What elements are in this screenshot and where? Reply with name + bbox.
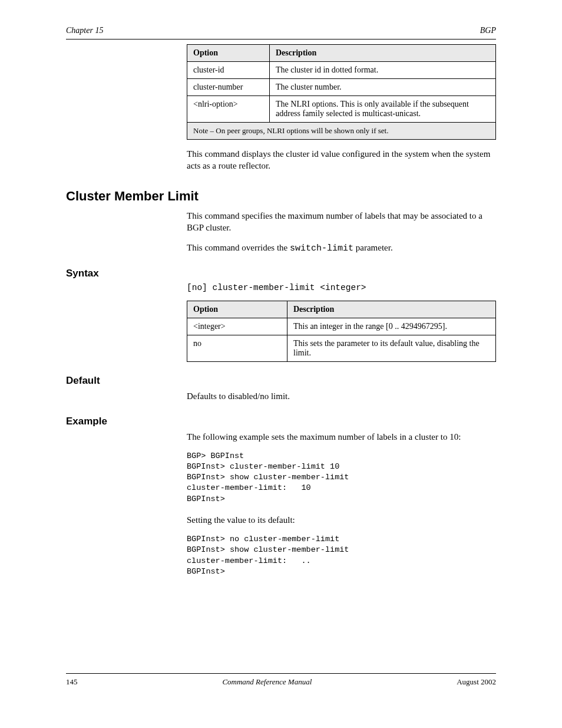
paragraph-cml-1: This command specifies the maximum numbe… — [187, 210, 496, 234]
options-table-cluster-id: Option Description cluster-id The cluste… — [187, 44, 496, 140]
paragraph-show-cluster: This command displays the cluster id val… — [187, 148, 496, 172]
footer-doc-title: Command Reference Manual — [222, 677, 312, 687]
col-option: Option — [187, 45, 270, 62]
table-header-row: Option Description — [187, 301, 496, 318]
paragraph-example-intro: The following example sets the maximum n… — [187, 431, 496, 443]
table-row: <integer> This an integer in the range [… — [187, 318, 496, 335]
example-block-2: BGPInst> no cluster-member-limit BGPInst… — [187, 534, 496, 577]
table-row: cluster-id The cluster id in dotted form… — [187, 62, 496, 79]
options-table-cml: Option Description <integer> This an int… — [187, 301, 496, 362]
heading-default: Default — [66, 375, 496, 387]
col-description: Description — [287, 301, 496, 318]
col-option: Option — [187, 301, 287, 318]
example-block-1: BGP> BGPInst BGPInst> cluster-member-lim… — [187, 451, 496, 505]
paragraph-cml-2: This command overrides the switch-limit … — [187, 242, 496, 255]
table-header-row: Option Description — [187, 45, 496, 62]
page-footer: 145 Command Reference Manual August 2002 — [66, 673, 496, 687]
heading-syntax: Syntax — [66, 268, 496, 279]
table-note-row: Note – On peer groups, NLRI options will… — [187, 123, 496, 140]
table-row: <nlri-option> The NLRI options. This is … — [187, 96, 496, 123]
table-row: cluster-number The cluster number. — [187, 79, 496, 96]
footer-date: August 2002 — [457, 677, 496, 687]
top-rule — [66, 39, 496, 39]
running-head-left: Chapter 15 — [66, 26, 103, 35]
col-description: Description — [270, 45, 496, 62]
table-row: no This sets the parameter to its defaul… — [187, 335, 496, 362]
paragraph-default: Defaults to disabled/no limit. — [187, 390, 496, 402]
footer-page-number: 145 — [66, 677, 78, 687]
syntax-line: [no] cluster-member-limit <integer> — [187, 283, 496, 292]
heading-cluster-member-limit: Cluster Member Limit — [66, 189, 496, 204]
running-head-right: BGP — [480, 26, 496, 35]
paragraph-set-default: Setting the value to its default: — [187, 514, 496, 526]
heading-example: Example — [66, 416, 496, 427]
